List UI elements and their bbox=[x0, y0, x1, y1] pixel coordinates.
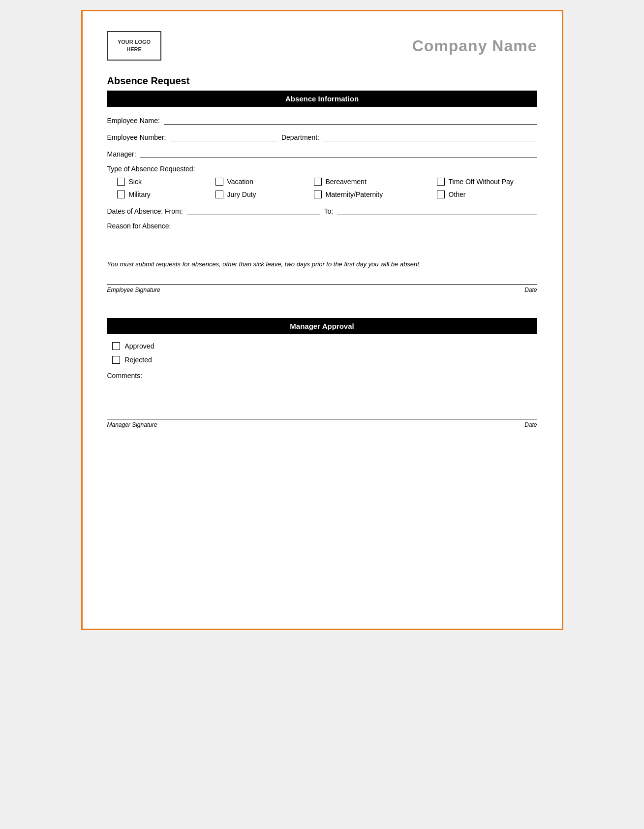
checkbox-maternity-box[interactable] bbox=[314, 191, 322, 198]
checkbox-sick: Sick bbox=[117, 178, 215, 186]
from-group: Dates of Absence: From: bbox=[107, 205, 320, 215]
checkbox-other-box[interactable] bbox=[437, 191, 445, 198]
checkbox-sick-box[interactable] bbox=[117, 178, 125, 186]
absence-info-header: Absence Information bbox=[107, 91, 537, 107]
manager-label: Manager: bbox=[107, 150, 136, 158]
checkbox-time-off-label: Time Off Without Pay bbox=[449, 178, 514, 186]
rejected-item: Rejected bbox=[112, 356, 537, 364]
employee-name-underline bbox=[164, 115, 537, 125]
approved-label: Approved bbox=[125, 342, 154, 350]
employee-number-underline bbox=[170, 131, 277, 141]
checkbox-bereavement-label: Bereavement bbox=[326, 178, 367, 186]
checkbox-jury-duty-box[interactable] bbox=[215, 191, 223, 198]
checkbox-military: Military bbox=[117, 191, 215, 198]
approved-item: Approved bbox=[112, 342, 537, 350]
checkbox-time-off-without-pay: Time Off Without Pay bbox=[437, 178, 560, 186]
checkbox-bereavement-box[interactable] bbox=[314, 178, 322, 186]
type-of-absence-section: Type of Absence Requested: Sick Vacation… bbox=[107, 165, 537, 198]
department-underline bbox=[323, 131, 537, 141]
comments-label: Comments: bbox=[107, 372, 537, 380]
checkbox-maternity-label: Maternity/Paternity bbox=[326, 191, 383, 198]
checkbox-time-off-box[interactable] bbox=[437, 178, 445, 186]
manager-row: Manager: bbox=[107, 148, 537, 158]
checkbox-other-label: Other bbox=[449, 191, 466, 198]
employee-name-label: Employee Name: bbox=[107, 117, 160, 125]
form-title: Absence Request bbox=[107, 75, 537, 87]
checkbox-military-label: Military bbox=[129, 191, 151, 198]
employee-number-group: Employee Number: bbox=[107, 131, 277, 141]
rejected-checkbox[interactable] bbox=[112, 356, 120, 364]
rejected-label: Rejected bbox=[125, 356, 152, 364]
reason-section: Reason for Absence: bbox=[107, 222, 537, 230]
dates-row: Dates of Absence: From: To: bbox=[107, 205, 537, 215]
checkbox-other: Other bbox=[437, 191, 560, 198]
dates-to-label: To: bbox=[324, 207, 334, 215]
approval-section: Manager Approval Approved Rejected Comme… bbox=[107, 318, 537, 428]
department-label: Department: bbox=[281, 133, 319, 141]
logo-box: YOUR LOGO HERE bbox=[107, 31, 161, 61]
checkbox-sick-label: Sick bbox=[129, 178, 142, 186]
checkbox-vacation: Vacation bbox=[215, 178, 314, 186]
from-underline bbox=[187, 205, 320, 215]
approved-checkbox[interactable] bbox=[112, 342, 120, 350]
logo-line2: HERE bbox=[126, 46, 142, 53]
manager-approval-header: Manager Approval bbox=[107, 318, 537, 334]
approval-checkbox-group: Approved Rejected bbox=[107, 342, 537, 364]
employee-name-row: Employee Name: bbox=[107, 115, 537, 125]
checkbox-bereavement: Bereavement bbox=[314, 178, 437, 186]
date-label-1: Date bbox=[524, 287, 537, 293]
dates-from-label: Dates of Absence: From: bbox=[107, 207, 183, 215]
employee-signature-label: Employee Signature bbox=[107, 287, 160, 293]
manager-underline bbox=[140, 148, 537, 158]
logo-line1: YOUR LOGO bbox=[118, 38, 151, 46]
comments-section: Comments: bbox=[107, 372, 537, 380]
absence-type-grid: Sick Vacation Bereavement Time Off Witho… bbox=[107, 178, 537, 198]
employee-signature-row: Employee Signature Date bbox=[107, 284, 537, 293]
checkbox-jury-duty: Jury Duty bbox=[215, 191, 314, 198]
manager-signature-label: Manager Signature bbox=[107, 421, 157, 428]
checkbox-vacation-label: Vacation bbox=[227, 178, 253, 186]
checkbox-jury-duty-label: Jury Duty bbox=[227, 191, 256, 198]
type-of-absence-label: Type of Absence Requested: bbox=[107, 165, 537, 173]
to-group: To: bbox=[324, 205, 537, 215]
to-underline bbox=[337, 205, 537, 215]
date-label-2: Date bbox=[524, 421, 537, 428]
header-section: YOUR LOGO HERE Company Name bbox=[107, 31, 537, 61]
notice-text: You must submit requests for absences, o… bbox=[107, 259, 537, 269]
page-container: YOUR LOGO HERE Company Name Absence Requ… bbox=[81, 10, 563, 630]
checkbox-vacation-box[interactable] bbox=[215, 178, 223, 186]
checkbox-military-box[interactable] bbox=[117, 191, 125, 198]
manager-signature-row: Manager Signature Date bbox=[107, 419, 537, 428]
company-name: Company Name bbox=[412, 37, 537, 55]
employee-number-label: Employee Number: bbox=[107, 133, 166, 141]
reason-label: Reason for Absence: bbox=[107, 222, 537, 230]
department-group: Department: bbox=[281, 131, 537, 141]
checkbox-maternity-paternity: Maternity/Paternity bbox=[314, 191, 437, 198]
employee-number-department-row: Employee Number: Department: bbox=[107, 131, 537, 141]
